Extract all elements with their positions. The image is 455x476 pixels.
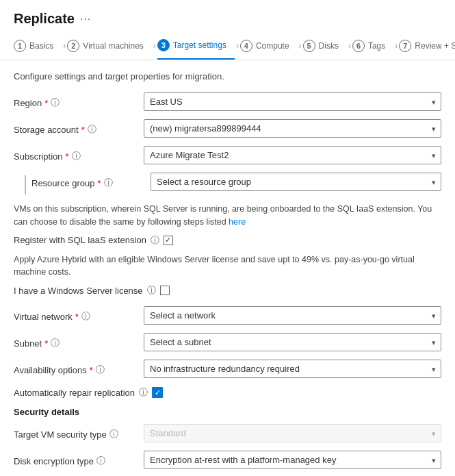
storage-info-icon[interactable]: ⓘ — [88, 123, 96, 136]
resource-group-info-icon[interactable]: ⓘ — [104, 177, 113, 189]
azure-hybrid-text: Apply Azure Hybrid with an eligible Wind… — [14, 253, 441, 279]
step-label-review: Review + Start replication — [415, 41, 455, 51]
storage-required: * — [81, 125, 85, 135]
virtual-network-row: Virtual network * ⓘ Select a network ▾ — [14, 306, 441, 325]
subnet-row: Subnet * ⓘ Select a subnet ▾ — [14, 333, 441, 351]
region-required: * — [44, 98, 48, 108]
auto-repair-checkbox[interactable] — [152, 387, 163, 398]
auto-repair-label: Automatically repair replication — [14, 388, 135, 398]
step-num-3: 3 — [157, 39, 170, 51]
step-sep-5: › — [347, 41, 352, 51]
subnet-select-wrap: Select a subnet ▾ — [144, 333, 441, 351]
step-tags[interactable]: 6 Tags — [352, 33, 393, 59]
disk-encryption-info-icon[interactable]: ⓘ — [96, 455, 105, 467]
disk-encryption-row: Disk encryption type ⓘ Encryption at-res… — [14, 451, 441, 469]
sql-info-link[interactable]: here — [229, 217, 246, 227]
availability-select-wrap: No infrastructure redundancy required ▾ — [144, 360, 441, 378]
windows-license-info-icon[interactable]: ⓘ — [147, 284, 156, 297]
step-label-basics: Basics — [29, 41, 53, 51]
step-target-settings[interactable]: 3 Target settings — [157, 32, 235, 60]
vnet-required: * — [75, 312, 79, 322]
auto-repair-row: Automatically repair replication ⓘ — [14, 386, 441, 399]
step-num-4: 4 — [240, 40, 252, 52]
security-details-title: Security details — [14, 407, 441, 417]
region-control: East US ▾ — [144, 92, 441, 111]
step-label-tags: Tags — [368, 41, 385, 51]
step-compute[interactable]: 4 Compute — [240, 33, 298, 59]
vnet-control: Select a network ▾ — [144, 306, 441, 325]
step-label-target: Target settings — [173, 40, 226, 50]
storage-select-wrap: (new) migratersa899899444 ▾ — [144, 119, 441, 138]
subnet-label: Subnet * ⓘ — [14, 333, 144, 349]
subnet-select[interactable]: Select a subnet — [144, 333, 441, 351]
step-sep-4: › — [298, 41, 303, 51]
storage-select[interactable]: (new) migratersa899899444 — [144, 119, 441, 138]
windows-license-label: I have a Windows Server license — [14, 286, 143, 296]
register-sql-label: Register with SQL IaaS extension — [14, 235, 146, 245]
availability-info-icon[interactable]: ⓘ — [96, 364, 105, 376]
step-review[interactable]: 7 Review + Start replication — [399, 33, 455, 59]
target-vm-select-wrap: Standard ▾ — [144, 424, 441, 442]
step-sep-3: › — [235, 41, 240, 51]
step-sep-6: › — [393, 41, 399, 51]
availability-control: No infrastructure redundancy required ▾ — [144, 360, 441, 378]
step-num-1: 1 — [14, 40, 26, 52]
subscription-row: Subscription * ⓘ Azure Migrate Test2 ▾ — [14, 146, 441, 164]
step-virtual-machines[interactable]: 2 Virtual machines — [67, 33, 152, 59]
wizard-steps: 1 Basics › 2 Virtual machines › 3 Target… — [0, 32, 455, 60]
sql-info-text: VMs on this subscription, wherein SQL Se… — [14, 203, 441, 229]
availability-options-label: Availability options * ⓘ — [14, 360, 144, 376]
target-vm-info-icon[interactable]: ⓘ — [109, 428, 118, 440]
virtual-network-select[interactable]: Select a network — [144, 306, 441, 325]
disk-encryption-label: Disk encryption type ⓘ — [14, 451, 144, 467]
step-sep-1: › — [62, 41, 67, 51]
region-info-icon[interactable]: ⓘ — [51, 97, 60, 109]
auto-repair-info-icon[interactable]: ⓘ — [139, 386, 148, 399]
register-sql-info-icon[interactable]: ⓘ — [151, 234, 159, 247]
storage-control: (new) migratersa899899444 ▾ — [144, 119, 441, 138]
subscription-required: * — [66, 151, 69, 162]
region-select-wrap: East US ▾ — [144, 92, 441, 111]
step-num-7: 7 — [399, 40, 411, 52]
region-select[interactable]: East US — [144, 92, 441, 111]
step-sep-2: › — [152, 41, 157, 51]
windows-license-checkbox[interactable] — [160, 286, 170, 295]
step-num-5: 5 — [303, 40, 315, 52]
register-sql-row: Register with SQL IaaS extension ⓘ — [14, 234, 441, 247]
subscription-info-icon[interactable]: ⓘ — [72, 150, 81, 162]
more-options-icon[interactable]: ··· — [80, 13, 91, 25]
subnet-control: Select a subnet ▾ — [144, 333, 441, 351]
vnet-info-icon[interactable]: ⓘ — [81, 310, 90, 323]
page-title: Replicate — [14, 11, 75, 27]
target-vm-security-row: Target VM security type ⓘ Standard ▾ — [14, 424, 441, 442]
subnet-info-icon[interactable]: ⓘ — [51, 337, 60, 349]
step-basics[interactable]: 1 Basics — [14, 33, 62, 59]
subscription-label: Subscription * ⓘ — [14, 146, 144, 162]
subscription-select-wrap: Azure Migrate Test2 ▾ — [144, 146, 441, 164]
resource-group-required: * — [98, 178, 101, 188]
target-vm-security-select[interactable]: Standard — [144, 424, 441, 442]
subscription-control: Azure Migrate Test2 ▾ — [144, 146, 441, 164]
disk-encryption-control: Encryption at-rest with a platform-manag… — [144, 451, 441, 469]
disk-encryption-select-wrap: Encryption at-rest with a platform-manag… — [144, 451, 441, 469]
resource-group-control: Select a resource group ▾ — [151, 173, 441, 191]
page-header: Replicate ··· — [0, 0, 455, 32]
content-area: Configure settings and target properties… — [0, 60, 455, 476]
storage-account-label: Storage account * ⓘ — [14, 119, 144, 136]
resource-group-row: Resource group * ⓘ Select a resource gro… — [14, 173, 441, 195]
subscription-select[interactable]: Azure Migrate Test2 — [144, 146, 441, 164]
register-sql-checkbox[interactable] — [164, 236, 173, 245]
step-num-2: 2 — [67, 40, 79, 52]
vnet-select-wrap: Select a network ▾ — [144, 306, 441, 325]
availability-options-select[interactable]: No infrastructure redundancy required — [144, 360, 441, 378]
windows-license-row: I have a Windows Server license ⓘ — [14, 284, 441, 297]
region-label: Region * ⓘ — [14, 92, 144, 109]
step-disks[interactable]: 5 Disks — [303, 33, 347, 59]
disk-encryption-select[interactable]: Encryption at-rest with a platform-manag… — [144, 451, 441, 469]
section-description: Configure settings and target properties… — [14, 71, 441, 82]
availability-required: * — [90, 365, 93, 375]
step-label-disks: Disks — [319, 41, 339, 51]
indent-line — [25, 175, 26, 195]
resource-group-select[interactable]: Select a resource group — [151, 173, 441, 191]
availability-options-row: Availability options * ⓘ No infrastructu… — [14, 360, 441, 378]
